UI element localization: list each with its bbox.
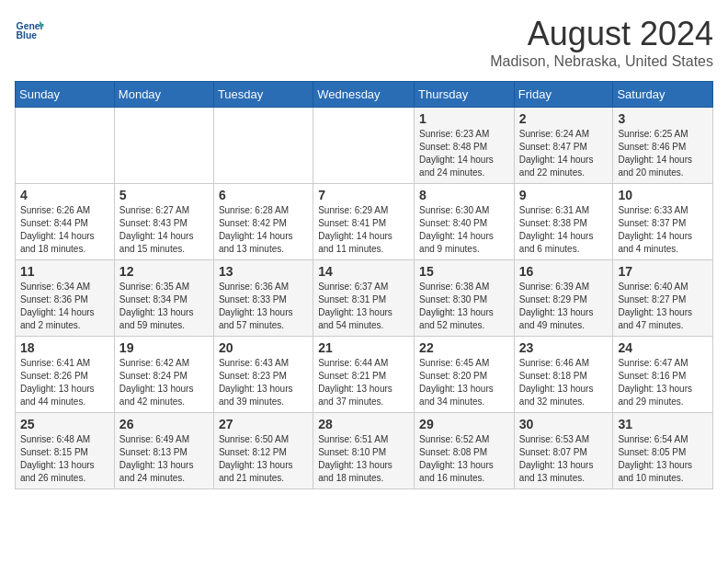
calendar-cell: 16Sunrise: 6:39 AMSunset: 8:29 PMDayligh… bbox=[514, 260, 613, 337]
calendar-cell: 26Sunrise: 6:49 AMSunset: 8:13 PMDayligh… bbox=[114, 413, 213, 489]
calendar-cell: 10Sunrise: 6:33 AMSunset: 8:37 PMDayligh… bbox=[613, 184, 713, 260]
day-number: 2 bbox=[519, 111, 609, 126]
header-friday: Friday bbox=[514, 82, 613, 108]
page-header: General Blue General Blue August 2024 Ma… bbox=[15, 15, 713, 70]
svg-text:Blue: Blue bbox=[17, 30, 38, 40]
calendar-cell: 23Sunrise: 6:46 AMSunset: 8:18 PMDayligh… bbox=[514, 337, 613, 413]
calendar-cell: 31Sunrise: 6:54 AMSunset: 8:05 PMDayligh… bbox=[613, 413, 713, 489]
calendar-cell: 25Sunrise: 6:48 AMSunset: 8:15 PMDayligh… bbox=[16, 413, 115, 489]
calendar-cell: 4Sunrise: 6:26 AMSunset: 8:44 PMDaylight… bbox=[16, 184, 115, 260]
calendar-week-1: 4Sunrise: 6:26 AMSunset: 8:44 PMDaylight… bbox=[16, 184, 713, 260]
calendar-cell bbox=[213, 108, 313, 184]
day-detail: Sunrise: 6:25 AMSunset: 8:46 PMDaylight:… bbox=[618, 128, 708, 179]
day-number: 22 bbox=[419, 340, 509, 355]
day-number: 10 bbox=[618, 188, 708, 202]
calendar-cell: 27Sunrise: 6:50 AMSunset: 8:12 PMDayligh… bbox=[213, 413, 313, 489]
day-detail: Sunrise: 6:37 AMSunset: 8:31 PMDaylight:… bbox=[318, 281, 409, 332]
day-number: 16 bbox=[519, 264, 609, 279]
day-detail: Sunrise: 6:40 AMSunset: 8:27 PMDaylight:… bbox=[618, 281, 708, 332]
calendar-cell bbox=[313, 108, 415, 184]
header-sunday: Sunday bbox=[16, 82, 115, 108]
day-detail: Sunrise: 6:42 AMSunset: 8:24 PMDaylight:… bbox=[119, 357, 209, 408]
day-number: 5 bbox=[119, 188, 209, 202]
header-saturday: Saturday bbox=[613, 82, 713, 108]
day-detail: Sunrise: 6:51 AMSunset: 8:10 PMDaylight:… bbox=[318, 433, 409, 485]
day-number: 18 bbox=[20, 340, 109, 355]
day-number: 4 bbox=[20, 188, 109, 202]
calendar-cell: 17Sunrise: 6:40 AMSunset: 8:27 PMDayligh… bbox=[613, 260, 713, 337]
day-number: 27 bbox=[219, 417, 308, 431]
day-detail: Sunrise: 6:41 AMSunset: 8:26 PMDaylight:… bbox=[20, 357, 109, 408]
day-number: 29 bbox=[419, 417, 509, 431]
day-detail: Sunrise: 6:30 AMSunset: 8:40 PMDaylight:… bbox=[419, 204, 509, 256]
day-detail: Sunrise: 6:47 AMSunset: 8:16 PMDaylight:… bbox=[618, 357, 708, 408]
calendar-cell: 15Sunrise: 6:38 AMSunset: 8:30 PMDayligh… bbox=[415, 260, 515, 337]
day-detail: Sunrise: 6:31 AMSunset: 8:38 PMDaylight:… bbox=[519, 204, 609, 256]
page-title: August 2024 bbox=[490, 15, 713, 53]
day-detail: Sunrise: 6:50 AMSunset: 8:12 PMDaylight:… bbox=[219, 433, 308, 485]
day-number: 15 bbox=[419, 264, 509, 279]
header-tuesday: Tuesday bbox=[213, 82, 313, 108]
calendar-cell bbox=[114, 108, 213, 184]
day-number: 13 bbox=[219, 264, 308, 279]
day-number: 12 bbox=[119, 264, 209, 279]
calendar-cell: 19Sunrise: 6:42 AMSunset: 8:24 PMDayligh… bbox=[114, 337, 213, 413]
day-detail: Sunrise: 6:45 AMSunset: 8:20 PMDaylight:… bbox=[419, 357, 509, 408]
day-detail: Sunrise: 6:49 AMSunset: 8:13 PMDaylight:… bbox=[119, 433, 209, 485]
day-detail: Sunrise: 6:44 AMSunset: 8:21 PMDaylight:… bbox=[318, 357, 409, 408]
calendar-cell bbox=[16, 108, 115, 184]
calendar-cell: 29Sunrise: 6:52 AMSunset: 8:08 PMDayligh… bbox=[415, 413, 515, 489]
day-detail: Sunrise: 6:28 AMSunset: 8:42 PMDaylight:… bbox=[219, 204, 308, 256]
day-number: 25 bbox=[20, 417, 109, 431]
day-number: 31 bbox=[618, 417, 708, 431]
day-number: 26 bbox=[119, 417, 209, 431]
day-number: 3 bbox=[618, 111, 708, 126]
day-detail: Sunrise: 6:34 AMSunset: 8:36 PMDaylight:… bbox=[20, 281, 109, 332]
calendar-cell: 9Sunrise: 6:31 AMSunset: 8:38 PMDaylight… bbox=[514, 184, 613, 260]
day-detail: Sunrise: 6:24 AMSunset: 8:47 PMDaylight:… bbox=[519, 128, 609, 179]
day-number: 6 bbox=[219, 188, 308, 202]
day-detail: Sunrise: 6:52 AMSunset: 8:08 PMDaylight:… bbox=[419, 433, 509, 485]
calendar-cell: 22Sunrise: 6:45 AMSunset: 8:20 PMDayligh… bbox=[415, 337, 515, 413]
day-detail: Sunrise: 6:29 AMSunset: 8:41 PMDaylight:… bbox=[318, 204, 409, 256]
logo: General Blue General Blue bbox=[15, 15, 44, 44]
header-wednesday: Wednesday bbox=[313, 82, 415, 108]
day-detail: Sunrise: 6:36 AMSunset: 8:33 PMDaylight:… bbox=[219, 281, 308, 332]
calendar-cell: 6Sunrise: 6:28 AMSunset: 8:42 PMDaylight… bbox=[213, 184, 313, 260]
header-monday: Monday bbox=[114, 82, 213, 108]
day-number: 17 bbox=[618, 264, 708, 279]
day-number: 24 bbox=[618, 340, 708, 355]
calendar-header-row: SundayMondayTuesdayWednesdayThursdayFrid… bbox=[16, 82, 713, 108]
day-number: 20 bbox=[219, 340, 308, 355]
calendar-table: SundayMondayTuesdayWednesdayThursdayFrid… bbox=[15, 81, 713, 489]
day-number: 11 bbox=[20, 264, 109, 279]
day-detail: Sunrise: 6:53 AMSunset: 8:07 PMDaylight:… bbox=[519, 433, 609, 485]
calendar-cell: 1Sunrise: 6:23 AMSunset: 8:48 PMDaylight… bbox=[415, 108, 515, 184]
day-number: 8 bbox=[419, 188, 509, 202]
day-number: 9 bbox=[519, 188, 609, 202]
calendar-cell: 7Sunrise: 6:29 AMSunset: 8:41 PMDaylight… bbox=[313, 184, 415, 260]
calendar-cell: 13Sunrise: 6:36 AMSunset: 8:33 PMDayligh… bbox=[213, 260, 313, 337]
day-detail: Sunrise: 6:33 AMSunset: 8:37 PMDaylight:… bbox=[618, 204, 708, 256]
day-detail: Sunrise: 6:23 AMSunset: 8:48 PMDaylight:… bbox=[419, 128, 509, 179]
day-number: 28 bbox=[318, 417, 409, 431]
day-detail: Sunrise: 6:43 AMSunset: 8:23 PMDaylight:… bbox=[219, 357, 308, 408]
day-detail: Sunrise: 6:26 AMSunset: 8:44 PMDaylight:… bbox=[20, 204, 109, 256]
day-number: 14 bbox=[318, 264, 409, 279]
logo-icon: General Blue bbox=[15, 15, 44, 44]
calendar-week-4: 25Sunrise: 6:48 AMSunset: 8:15 PMDayligh… bbox=[16, 413, 713, 489]
day-number: 21 bbox=[318, 340, 409, 355]
calendar-cell: 21Sunrise: 6:44 AMSunset: 8:21 PMDayligh… bbox=[313, 337, 415, 413]
calendar-cell: 30Sunrise: 6:53 AMSunset: 8:07 PMDayligh… bbox=[514, 413, 613, 489]
title-area: August 2024 Madison, Nebraska, United St… bbox=[490, 15, 713, 70]
header-thursday: Thursday bbox=[415, 82, 515, 108]
page-subtitle: Madison, Nebraska, United States bbox=[490, 53, 713, 70]
calendar-cell: 8Sunrise: 6:30 AMSunset: 8:40 PMDaylight… bbox=[415, 184, 515, 260]
calendar-cell: 3Sunrise: 6:25 AMSunset: 8:46 PMDaylight… bbox=[613, 108, 713, 184]
day-number: 19 bbox=[119, 340, 209, 355]
calendar-cell: 20Sunrise: 6:43 AMSunset: 8:23 PMDayligh… bbox=[213, 337, 313, 413]
day-number: 23 bbox=[519, 340, 609, 355]
day-detail: Sunrise: 6:54 AMSunset: 8:05 PMDaylight:… bbox=[618, 433, 708, 485]
calendar-week-3: 18Sunrise: 6:41 AMSunset: 8:26 PMDayligh… bbox=[16, 337, 713, 413]
calendar-week-2: 11Sunrise: 6:34 AMSunset: 8:36 PMDayligh… bbox=[16, 260, 713, 337]
